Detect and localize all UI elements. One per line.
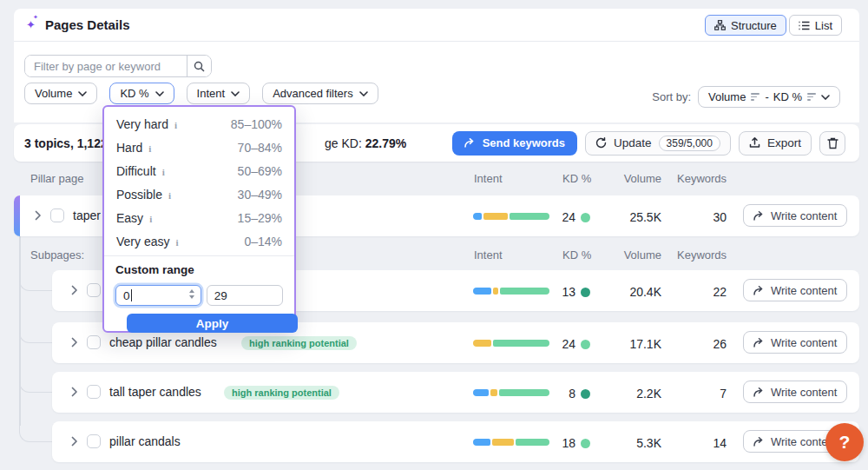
high-ranking-badge: high ranking potential [224, 386, 339, 400]
search-button[interactable] [187, 56, 211, 76]
expand-chevron-icon[interactable] [69, 387, 80, 397]
intent-filter-pill[interactable]: Intent [187, 83, 251, 104]
kd-filter-pill[interactable]: KD % [109, 83, 174, 104]
kd-cell: 18 [521, 436, 590, 450]
write-content-button[interactable]: Write content [743, 204, 847, 227]
expand-chevron-icon[interactable] [69, 436, 80, 447]
chevron-down-icon [78, 91, 87, 96]
subpage-row[interactable]: pillar candals 18 5.3K 14 Write content [52, 421, 859, 462]
write-content-button[interactable]: Write content [743, 279, 847, 301]
apply-button[interactable]: Apply [127, 314, 298, 333]
help-button[interactable]: ? [825, 423, 864, 461]
volume-cell: 2.2K [599, 387, 661, 400]
volume-filter-pill[interactable]: Volume [24, 83, 97, 104]
structure-view-button[interactable]: Structure [705, 15, 786, 36]
keywords-cell: 14 [677, 436, 727, 450]
kd-header: KD % [562, 172, 591, 185]
sort-by: Sort by: Volume - KD % [652, 86, 840, 108]
kd-option-easy[interactable]: Easyi 15–29% [104, 206, 294, 229]
subpage-name: pillar candals [109, 434, 181, 448]
keywords-cell: 22 [677, 285, 727, 299]
kd-cell: 13 [521, 285, 590, 299]
topics-summary: 3 topics, 1,122 [24, 136, 108, 150]
high-ranking-badge: high ranking potential [241, 336, 357, 350]
sort-by-label: Sort by: [652, 90, 691, 103]
kd-dot [581, 288, 590, 297]
volume-cell: 25.5K [599, 210, 661, 224]
kd-dot [581, 439, 590, 448]
volume-cell: 5.3K [599, 436, 661, 450]
write-content-button[interactable]: Write content [743, 331, 847, 354]
stats-actions: Send keywords Update 359/5,000 Export [452, 131, 845, 156]
advanced-filters-pill[interactable]: Advanced filters [262, 83, 378, 104]
search-input[interactable] [25, 56, 187, 76]
pillar-page-header: Pillar page [30, 172, 83, 185]
kd-option-very-easy[interactable]: Very easyi 0–14% [104, 229, 294, 253]
stepper-down-icon[interactable] [189, 295, 194, 299]
list-view-button[interactable]: List [789, 15, 842, 36]
chevron-down-icon [155, 91, 164, 96]
write-arrow-icon [753, 338, 765, 348]
tree-branch [19, 272, 52, 291]
info-icon[interactable]: i [149, 214, 152, 224]
search-control [24, 55, 212, 77]
search-icon [194, 61, 205, 72]
expand-chevron-icon[interactable] [69, 337, 80, 348]
write-arrow-icon [753, 387, 765, 397]
sort-desc-icon [807, 93, 816, 101]
keywords-header: Keywords [677, 172, 727, 185]
info-icon[interactable]: i [162, 167, 165, 177]
send-arrow-icon [464, 138, 476, 148]
selected-row-accent [14, 195, 20, 236]
kd-filter-dropdown: Very hardi 85–100% Hardi 70–84% Difficul… [102, 105, 296, 333]
sort-by-select[interactable]: Volume - KD % [698, 86, 840, 108]
update-button[interactable]: Update 359/5,000 [585, 131, 731, 156]
average-kd: ge KD: 22.79% [325, 136, 406, 150]
row-checkbox[interactable] [87, 434, 101, 448]
kd-dot [581, 340, 590, 349]
keywords-cell: 26 [677, 337, 727, 351]
row-checkbox[interactable] [87, 335, 101, 349]
write-arrow-icon [753, 437, 765, 447]
kd-max-input[interactable]: 29 [207, 285, 283, 306]
kd-dot [581, 213, 590, 222]
info-icon[interactable]: i [148, 143, 151, 154]
delete-button[interactable] [819, 131, 845, 156]
volume-cell: 20.4K [599, 285, 661, 299]
kd-option-hard[interactable]: Hardi 70–84% [104, 136, 294, 159]
tree-branch [19, 324, 52, 343]
kd-option-possible[interactable]: Possiblei 30–49% [104, 182, 294, 206]
subpage-row[interactable]: tall taper candles high ranking potentia… [52, 372, 859, 413]
export-button[interactable]: Export [739, 131, 812, 156]
kd-cell: 8 [521, 387, 590, 400]
kd-min-input[interactable]: 0 [115, 285, 201, 306]
expand-chevron-icon[interactable] [69, 285, 80, 295]
chevron-down-icon [821, 95, 830, 100]
row-checkbox[interactable] [87, 283, 101, 297]
row-checkbox[interactable] [87, 385, 101, 399]
info-icon[interactable]: i [168, 190, 171, 201]
kd-option-very-hard[interactable]: Very hardi 85–100% [104, 112, 294, 136]
write-content-button[interactable]: Write content [743, 381, 847, 403]
keywords-header: Keywords [677, 248, 727, 261]
volume-header: Volume [599, 248, 661, 261]
info-icon[interactable]: i [174, 120, 177, 130]
volume-cell: 17.1K [599, 337, 661, 351]
text-cursor [131, 289, 132, 301]
kd-dot [581, 389, 590, 399]
tree-branch [19, 423, 52, 442]
custom-range-label: Custom range [115, 263, 283, 276]
filter-pills: Volume KD % Intent Advanced filters [24, 83, 378, 104]
kd-option-difficult[interactable]: Difficulti 50–69% [104, 159, 294, 182]
row-checkbox[interactable] [50, 209, 64, 222]
info-icon[interactable]: i [175, 237, 178, 248]
custom-range-section: Custom range 0 29 Apply [104, 256, 294, 333]
send-keywords-button[interactable]: Send keywords [452, 131, 577, 156]
update-quota-badge: 359/5,000 [659, 136, 720, 151]
intent-header: Intent [474, 172, 503, 185]
kd-header: KD % [562, 248, 591, 261]
export-icon [749, 137, 760, 149]
expand-chevron-icon[interactable] [33, 210, 43, 221]
number-stepper[interactable] [189, 289, 194, 299]
stepper-up-icon[interactable] [189, 289, 194, 293]
